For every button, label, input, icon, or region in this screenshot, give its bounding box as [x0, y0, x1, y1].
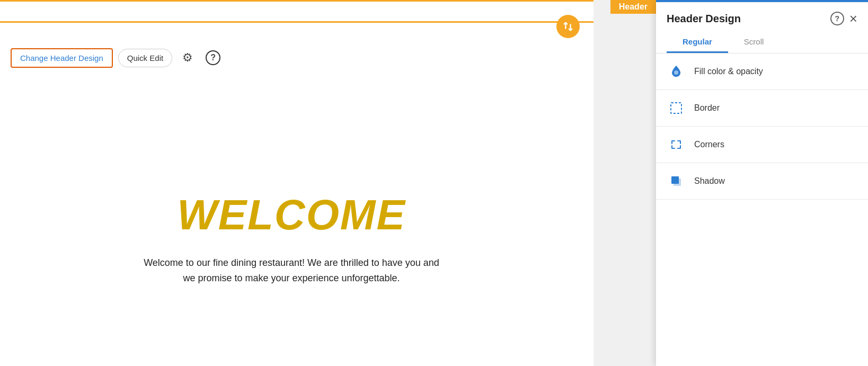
orange-divider — [0, 21, 594, 23]
panel-header-icons: ? × — [830, 12, 857, 25]
panel-help-icon: ? — [830, 12, 844, 25]
welcome-title: WELCOME — [0, 191, 583, 239]
settings-button[interactable]: ⚙ — [178, 48, 198, 68]
corners-label: Corners — [694, 140, 724, 149]
quick-edit-button[interactable]: Quick Edit — [118, 49, 172, 67]
panel-tabs: Regular Scroll — [656, 32, 868, 53]
svg-point-0 — [674, 70, 678, 75]
border-icon — [669, 101, 684, 115]
panel-item-fill[interactable]: Fill color & opacity — [656, 53, 868, 90]
fill-color-label: Fill color & opacity — [694, 67, 763, 76]
main-canvas: Change Header Design Quick Edit ⚙ ? WELC… — [0, 0, 594, 366]
shadow-icon — [669, 174, 684, 189]
orange-top-bar — [0, 0, 594, 21]
panel-help-button[interactable]: ? — [830, 12, 844, 25]
panel-item-border[interactable]: Border — [656, 90, 868, 127]
svg-rect-3 — [674, 178, 681, 186]
toolbar: Change Header Design Quick Edit ⚙ ? — [11, 48, 223, 68]
fill-color-icon — [669, 64, 684, 79]
side-panel: Header Design ? × Regular Scroll Fill co… — [656, 0, 868, 366]
panel-title: Header Design — [667, 13, 741, 25]
panel-item-shadow[interactable]: Shadow — [656, 163, 868, 200]
panel-item-corners[interactable]: Corners — [656, 127, 868, 163]
welcome-section: WELCOME Welcome to our fine dining resta… — [0, 191, 583, 286]
shadow-label: Shadow — [694, 176, 725, 186]
panel-close-button[interactable]: × — [849, 12, 857, 25]
header-label: Header — [610, 0, 656, 14]
tab-scroll[interactable]: Scroll — [728, 32, 780, 53]
border-label: Border — [694, 103, 720, 113]
tab-regular[interactable]: Regular — [667, 32, 728, 53]
panel-close-icon: × — [849, 12, 857, 25]
help-icon: ? — [206, 50, 220, 65]
settings-icon: ⚙ — [182, 51, 193, 65]
svg-rect-1 — [671, 103, 681, 113]
corners-icon — [669, 137, 684, 152]
help-button[interactable]: ? — [203, 48, 223, 68]
change-header-button[interactable]: Change Header Design — [11, 48, 113, 68]
panel-header: Header Design ? × — [656, 2, 868, 32]
welcome-subtitle: Welcome to our fine dining restaurant! W… — [143, 255, 440, 286]
panel-items: Fill color & opacity Border Corners — [656, 53, 868, 366]
swap-button[interactable] — [556, 15, 580, 38]
